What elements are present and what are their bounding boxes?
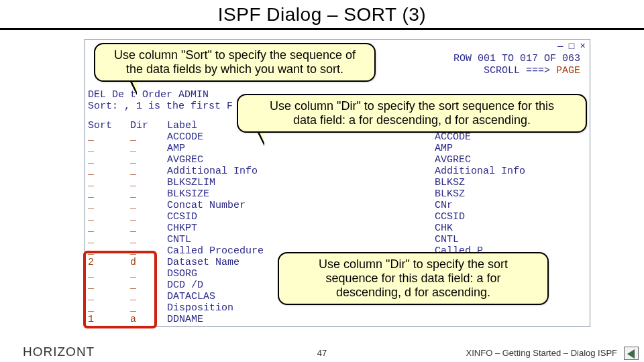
- dir-cell[interactable]: _: [130, 188, 161, 200]
- footer-doc-name: XINFO – Getting Started – Dialog ISPF: [466, 348, 617, 358]
- sort-hint-line: Sort: , 1 is the first F: [88, 101, 233, 112]
- dir-cell[interactable]: _: [130, 143, 161, 154]
- sort-cell[interactable]: _: [88, 234, 124, 245]
- callout-dir-bottom-text: Use column "Dir" to specify the sort seq…: [288, 257, 538, 300]
- label-cell: Concat Number: [167, 200, 355, 211]
- sort-cell[interactable]: _: [88, 211, 124, 223]
- row-status: ROW 001 TO 017 OF 063: [453, 53, 580, 64]
- callout-sort-column-text: Use column "Sort" to specify the sequenc…: [105, 48, 365, 76]
- label-cell: CHKPT: [167, 223, 355, 234]
- sort-cell[interactable]: _: [88, 223, 124, 234]
- colhdr-cell: CHK: [435, 223, 569, 234]
- callout-dir-column-bottom: Use column "Dir" to specify the sort seq…: [278, 252, 549, 305]
- col-dir-header: Dir: [130, 120, 161, 131]
- footer: HORIZONT 47 XINFO – Getting Started – Di…: [0, 343, 644, 362]
- sort-cell[interactable]: _: [88, 188, 124, 200]
- dir-cell[interactable]: _: [130, 131, 161, 143]
- terminal-header-lines: DEL De t Order ADMIN Sort: , 1 is the fi…: [88, 89, 233, 112]
- colhdr-cell: CNTL: [435, 234, 569, 245]
- title-underline: [0, 28, 644, 30]
- label-cell: DDNAME: [167, 314, 355, 325]
- label-cell: CCSID: [167, 211, 355, 223]
- colhdr-cell: CNr: [435, 200, 569, 211]
- prev-slide-icon[interactable]: [624, 347, 639, 360]
- label-cell: BLKSZLIM: [167, 177, 355, 188]
- dir-cell[interactable]: _: [130, 223, 161, 234]
- label-cell: CNTL: [167, 234, 355, 245]
- del-line: DEL De t Order ADMIN: [88, 89, 233, 101]
- callout-dir-column-top: Use column "Dir" to specify the sort seq…: [237, 94, 587, 133]
- colhdr-cell: Additional Info: [435, 166, 569, 177]
- sort-cell[interactable]: _: [88, 143, 124, 154]
- col-sort-header: Sort: [88, 120, 124, 131]
- colhdr-cell: AMP: [435, 143, 569, 154]
- colhdr-cell: CCSID: [435, 211, 569, 223]
- dir-cell[interactable]: _: [130, 200, 161, 211]
- sort-cell[interactable]: _: [88, 131, 124, 143]
- col-column-header: Column Header ACCODE AMP AVGREC Addition…: [435, 120, 569, 257]
- sort-cell[interactable]: _: [88, 166, 124, 177]
- window-controls[interactable]: — □ ×: [557, 41, 586, 52]
- colhdr-cell: BLKSZ: [435, 188, 569, 200]
- dir-cell[interactable]: _: [130, 154, 161, 166]
- scroll-label: SCROLL ===>: [484, 65, 556, 76]
- scroll-value[interactable]: PAGE: [556, 65, 580, 76]
- callout-dir-top-text: Use column "Dir" to specify the sort seq…: [248, 99, 576, 127]
- page-title: ISPF Dialog – SORT (3): [0, 0, 644, 25]
- callout-sort-column: Use column "Sort" to specify the sequenc…: [94, 43, 376, 82]
- sort-cell[interactable]: _: [88, 177, 124, 188]
- dir-cell[interactable]: _: [130, 234, 161, 245]
- sort-cell[interactable]: _: [88, 200, 124, 211]
- label-cell: AVGREC: [167, 154, 355, 166]
- highlight-sort-dir-box: [83, 251, 157, 328]
- label-cell: Additional Info: [167, 166, 355, 177]
- colhdr-cell: BLKSZ: [435, 177, 569, 188]
- dir-cell[interactable]: _: [130, 211, 161, 223]
- colhdr-cell: ACCODE: [435, 131, 569, 143]
- dir-cell[interactable]: _: [130, 166, 161, 177]
- colhdr-cell: AVGREC: [435, 154, 569, 166]
- slide: { "title": "ISPF Dialog – SORT (3)", "ca…: [0, 0, 644, 362]
- scroll-field[interactable]: SCROLL ===> PAGE: [484, 65, 580, 76]
- sort-cell[interactable]: _: [88, 154, 124, 166]
- dir-cell[interactable]: _: [130, 177, 161, 188]
- label-cell: BLKSIZE: [167, 188, 355, 200]
